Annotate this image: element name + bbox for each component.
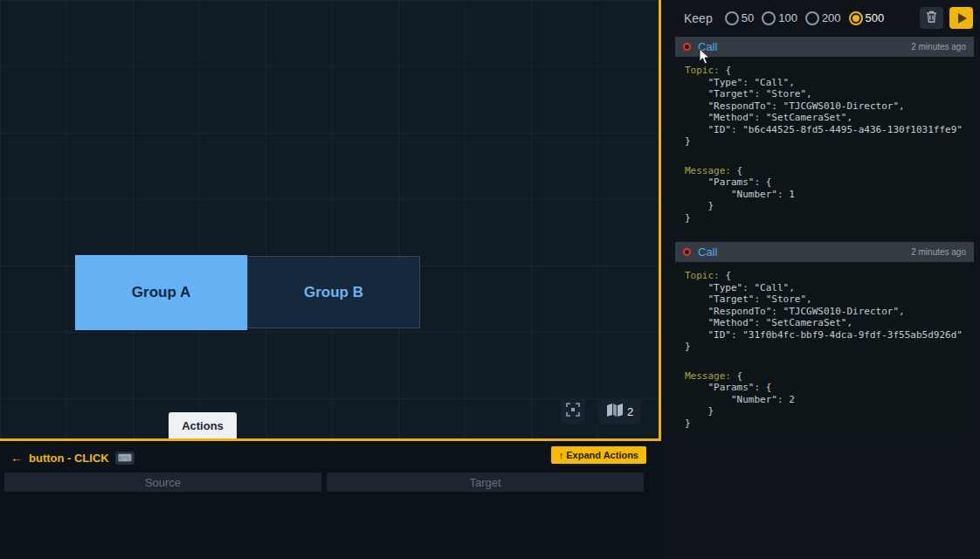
keyboard-icon: ⌨ <box>115 452 135 465</box>
map-overview-button[interactable]: 2 <box>599 399 641 424</box>
keep-option-500[interactable]: 500 <box>849 11 885 25</box>
expand-actions-button[interactable]: ↑ Expand Actions <box>551 446 646 464</box>
radio-icon <box>725 11 739 25</box>
message-json: Message: { "Params": { "Number": 2 } } <box>685 370 964 430</box>
action-title: button - CLICK <box>29 452 109 465</box>
keep-label: Keep <box>684 11 713 25</box>
message-log-panel: Keep 50 100 200 500 <box>663 0 980 559</box>
record-icon <box>683 43 691 51</box>
message-card-body: Topic: { "Type": "Call", "Target": "Stor… <box>675 57 974 234</box>
stage-canvas[interactable]: Group A Group B Actions 2 <box>0 0 661 441</box>
group-a-button[interactable]: Group A <box>75 255 247 330</box>
message-type[interactable]: Call <box>698 245 717 259</box>
keep-option-100[interactable]: 100 <box>762 11 797 25</box>
group-b-button[interactable]: Group B <box>247 256 420 328</box>
play-icon <box>958 13 967 24</box>
map-count: 2 <box>627 405 633 418</box>
record-icon <box>683 248 691 256</box>
topic-json: Topic: { "Type": "Call", "Target": "Stor… <box>685 65 964 148</box>
action-editor-header: ← button - CLICK ⌨ ↑ Expand Actions <box>0 444 661 472</box>
message-card-body: Topic: { "Type": "Call", "Target": "Stor… <box>675 262 974 439</box>
keep-toolbar: Keep 50 100 200 500 <box>663 0 980 36</box>
message-timestamp: 2 minutes ago <box>911 42 966 52</box>
message-card-header: Call 2 minutes ago <box>675 242 974 262</box>
message-card-header: Call 2 minutes ago <box>675 37 974 57</box>
back-arrow-icon[interactable]: ← <box>10 451 23 465</box>
target-input[interactable] <box>327 473 644 492</box>
play-button[interactable] <box>949 7 973 29</box>
message-card[interactable]: Call 2 minutes ago Topic: { "Type": "Cal… <box>675 242 974 439</box>
keep-option-50[interactable]: 50 <box>725 11 754 25</box>
message-timestamp: 2 minutes ago <box>911 247 966 257</box>
message-list: Call 2 minutes ago Topic: { "Type": "Cal… <box>663 36 980 439</box>
clear-log-button[interactable] <box>920 7 943 29</box>
fit-to-screen-button[interactable] <box>561 399 585 424</box>
topic-json: Topic: { "Type": "Call", "Target": "Stor… <box>685 270 964 353</box>
source-input[interactable] <box>4 473 321 492</box>
action-editor-panel: ← button - CLICK ⌨ ↑ Expand Actions <box>0 444 661 559</box>
message-json: Message: { "Params": { "Number": 1 } } <box>685 165 964 224</box>
fit-to-screen-icon <box>566 403 580 420</box>
map-icon <box>607 404 623 420</box>
trash-icon <box>926 10 937 25</box>
radio-icon <box>805 11 819 25</box>
radio-icon <box>762 11 776 25</box>
message-type[interactable]: Call <box>698 40 717 53</box>
tab-actions[interactable]: Actions <box>169 412 237 438</box>
message-card[interactable]: Call 2 minutes ago Topic: { "Type": "Cal… <box>675 37 974 234</box>
keep-option-200[interactable]: 200 <box>805 11 841 25</box>
radio-icon <box>849 11 863 25</box>
